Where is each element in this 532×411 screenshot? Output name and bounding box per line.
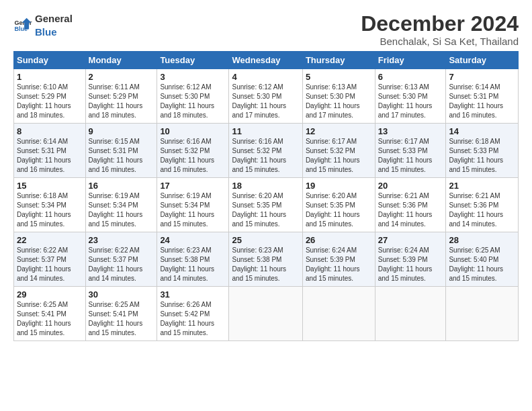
calendar-cell: 16Sunrise: 6:19 AMSunset: 5:34 PMDayligh… bbox=[85, 178, 157, 232]
header: General Blue General Blue December 2024 … bbox=[13, 12, 519, 47]
calendar-title: December 2024 bbox=[361, 12, 519, 36]
calendar-cell: 2Sunrise: 6:11 AMSunset: 5:29 PMDaylight… bbox=[85, 69, 157, 124]
header-wednesday: Wednesday bbox=[229, 52, 302, 69]
calendar-cell: 3Sunrise: 6:12 AMSunset: 5:30 PMDaylight… bbox=[157, 69, 229, 124]
header-sunday: Sunday bbox=[14, 52, 86, 69]
calendar-cell bbox=[302, 287, 375, 341]
calendar-week-4: 29Sunrise: 6:25 AMSunset: 5:41 PMDayligh… bbox=[14, 287, 519, 341]
day-info: Sunrise: 6:24 AMSunset: 5:39 PMDaylight:… bbox=[306, 246, 372, 283]
day-info: Sunrise: 6:19 AMSunset: 5:34 PMDaylight:… bbox=[160, 191, 226, 229]
calendar-week-1: 8Sunrise: 6:14 AMSunset: 5:31 PMDaylight… bbox=[14, 124, 519, 178]
header-tuesday: Tuesday bbox=[157, 52, 229, 69]
day-info: Sunrise: 6:21 AMSunset: 5:36 PMDaylight:… bbox=[378, 191, 443, 229]
day-info: Sunrise: 6:25 AMSunset: 5:40 PMDaylight:… bbox=[449, 246, 515, 283]
logo: General Blue General Blue bbox=[13, 12, 73, 38]
calendar-cell: 27Sunrise: 6:24 AMSunset: 5:39 PMDayligh… bbox=[375, 232, 446, 287]
day-info: Sunrise: 6:11 AMSunset: 5:29 PMDaylight:… bbox=[89, 83, 154, 120]
day-info: Sunrise: 6:23 AMSunset: 5:38 PMDaylight:… bbox=[232, 246, 299, 283]
day-number: 30 bbox=[89, 289, 154, 300]
calendar-cell bbox=[446, 287, 519, 341]
calendar-cell: 14Sunrise: 6:18 AMSunset: 5:33 PMDayligh… bbox=[446, 124, 519, 178]
day-info: Sunrise: 6:14 AMSunset: 5:31 PMDaylight:… bbox=[449, 83, 515, 120]
day-number: 18 bbox=[232, 181, 299, 191]
day-info: Sunrise: 6:12 AMSunset: 5:30 PMDaylight:… bbox=[160, 83, 226, 120]
day-info: Sunrise: 6:22 AMSunset: 5:37 PMDaylight:… bbox=[17, 246, 83, 283]
calendar-cell: 13Sunrise: 6:17 AMSunset: 5:33 PMDayligh… bbox=[375, 124, 446, 178]
calendar-cell: 21Sunrise: 6:21 AMSunset: 5:36 PMDayligh… bbox=[446, 178, 519, 232]
day-number: 5 bbox=[306, 72, 372, 82]
calendar-cell: 5Sunrise: 6:13 AMSunset: 5:30 PMDaylight… bbox=[302, 69, 375, 124]
calendar-cell: 19Sunrise: 6:20 AMSunset: 5:35 PMDayligh… bbox=[302, 178, 375, 232]
day-number: 4 bbox=[232, 72, 299, 82]
calendar-week-0: 1Sunrise: 6:10 AMSunset: 5:29 PMDaylight… bbox=[14, 69, 519, 124]
day-number: 9 bbox=[89, 126, 154, 136]
day-number: 6 bbox=[378, 72, 443, 82]
day-number: 11 bbox=[232, 126, 299, 136]
calendar-cell: 25Sunrise: 6:23 AMSunset: 5:38 PMDayligh… bbox=[229, 232, 302, 287]
day-number: 2 bbox=[89, 72, 154, 82]
calendar-cell: 29Sunrise: 6:25 AMSunset: 5:41 PMDayligh… bbox=[14, 287, 86, 341]
day-number: 12 bbox=[306, 126, 372, 136]
calendar-cell: 20Sunrise: 6:21 AMSunset: 5:36 PMDayligh… bbox=[375, 178, 446, 232]
day-number: 13 bbox=[378, 126, 443, 136]
day-info: Sunrise: 6:13 AMSunset: 5:30 PMDaylight:… bbox=[378, 83, 443, 120]
day-info: Sunrise: 6:26 AMSunset: 5:42 PMDaylight:… bbox=[160, 300, 226, 338]
calendar-cell: 1Sunrise: 6:10 AMSunset: 5:29 PMDaylight… bbox=[14, 69, 86, 124]
calendar-cell: 10Sunrise: 6:16 AMSunset: 5:32 PMDayligh… bbox=[157, 124, 229, 178]
day-number: 8 bbox=[17, 126, 83, 136]
day-number: 26 bbox=[306, 235, 372, 245]
day-number: 24 bbox=[160, 235, 226, 245]
day-number: 19 bbox=[306, 181, 372, 191]
calendar-body: 1Sunrise: 6:10 AMSunset: 5:29 PMDaylight… bbox=[14, 69, 519, 341]
day-number: 1 bbox=[17, 72, 83, 82]
day-number: 20 bbox=[378, 181, 443, 191]
day-info: Sunrise: 6:17 AMSunset: 5:32 PMDaylight:… bbox=[306, 137, 372, 175]
day-info: Sunrise: 6:20 AMSunset: 5:35 PMDaylight:… bbox=[306, 191, 372, 229]
day-number: 25 bbox=[232, 235, 299, 245]
page: General Blue General Blue December 2024 … bbox=[0, 0, 532, 411]
day-info: Sunrise: 6:15 AMSunset: 5:31 PMDaylight:… bbox=[89, 137, 154, 175]
day-info: Sunrise: 6:23 AMSunset: 5:38 PMDaylight:… bbox=[160, 246, 226, 283]
day-info: Sunrise: 6:10 AMSunset: 5:29 PMDaylight:… bbox=[17, 83, 83, 120]
calendar-cell bbox=[375, 287, 446, 341]
day-number: 10 bbox=[160, 126, 226, 136]
calendar-cell: 31Sunrise: 6:26 AMSunset: 5:42 PMDayligh… bbox=[157, 287, 229, 341]
calendar-cell: 9Sunrise: 6:15 AMSunset: 5:31 PMDaylight… bbox=[85, 124, 157, 178]
day-number: 15 bbox=[17, 181, 83, 191]
header-friday: Friday bbox=[375, 52, 446, 69]
calendar-cell: 6Sunrise: 6:13 AMSunset: 5:30 PMDaylight… bbox=[375, 69, 446, 124]
calendar-cell: 30Sunrise: 6:25 AMSunset: 5:41 PMDayligh… bbox=[85, 287, 157, 341]
calendar-cell bbox=[229, 287, 302, 341]
day-number: 28 bbox=[449, 235, 515, 245]
header-thursday: Thursday bbox=[302, 52, 375, 69]
calendar-cell: 26Sunrise: 6:24 AMSunset: 5:39 PMDayligh… bbox=[302, 232, 375, 287]
day-info: Sunrise: 6:18 AMSunset: 5:34 PMDaylight:… bbox=[17, 191, 83, 229]
day-info: Sunrise: 6:25 AMSunset: 5:41 PMDaylight:… bbox=[17, 300, 83, 338]
day-info: Sunrise: 6:22 AMSunset: 5:37 PMDaylight:… bbox=[89, 246, 154, 283]
calendar-cell: 23Sunrise: 6:22 AMSunset: 5:37 PMDayligh… bbox=[85, 232, 157, 287]
day-number: 3 bbox=[160, 72, 226, 82]
day-info: Sunrise: 6:21 AMSunset: 5:36 PMDaylight:… bbox=[449, 191, 515, 229]
calendar-cell: 22Sunrise: 6:22 AMSunset: 5:37 PMDayligh… bbox=[14, 232, 86, 287]
day-info: Sunrise: 6:18 AMSunset: 5:33 PMDaylight:… bbox=[449, 137, 515, 175]
header-saturday: Saturday bbox=[446, 52, 519, 69]
day-info: Sunrise: 6:24 AMSunset: 5:39 PMDaylight:… bbox=[378, 246, 443, 283]
day-number: 21 bbox=[449, 181, 515, 191]
calendar-cell: 15Sunrise: 6:18 AMSunset: 5:34 PMDayligh… bbox=[14, 178, 86, 232]
day-number: 14 bbox=[449, 126, 515, 136]
title-block: December 2024 Benchalak, Si Sa Ket, Thai… bbox=[361, 12, 519, 47]
calendar-cell: 11Sunrise: 6:16 AMSunset: 5:32 PMDayligh… bbox=[229, 124, 302, 178]
day-info: Sunrise: 6:16 AMSunset: 5:32 PMDaylight:… bbox=[232, 137, 299, 175]
calendar-cell: 7Sunrise: 6:14 AMSunset: 5:31 PMDaylight… bbox=[446, 69, 519, 124]
day-info: Sunrise: 6:16 AMSunset: 5:32 PMDaylight:… bbox=[160, 137, 226, 175]
calendar-week-2: 15Sunrise: 6:18 AMSunset: 5:34 PMDayligh… bbox=[14, 178, 519, 232]
calendar-cell: 28Sunrise: 6:25 AMSunset: 5:40 PMDayligh… bbox=[446, 232, 519, 287]
day-info: Sunrise: 6:19 AMSunset: 5:34 PMDaylight:… bbox=[89, 191, 154, 229]
calendar-header: Sunday Monday Tuesday Wednesday Thursday… bbox=[14, 52, 519, 69]
day-info: Sunrise: 6:20 AMSunset: 5:35 PMDaylight:… bbox=[232, 191, 299, 229]
day-info: Sunrise: 6:13 AMSunset: 5:30 PMDaylight:… bbox=[306, 83, 372, 120]
calendar-subtitle: Benchalak, Si Sa Ket, Thailand bbox=[361, 36, 519, 47]
weekday-header-row: Sunday Monday Tuesday Wednesday Thursday… bbox=[14, 52, 519, 69]
header-monday: Monday bbox=[85, 52, 157, 69]
day-info: Sunrise: 6:12 AMSunset: 5:30 PMDaylight:… bbox=[232, 83, 299, 120]
